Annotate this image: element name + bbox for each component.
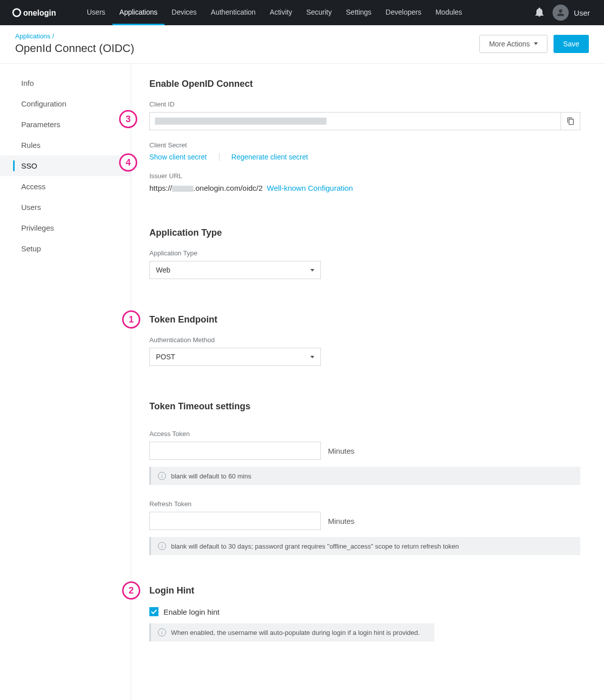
sidebar-item-parameters[interactable]: Parameters (0, 114, 131, 135)
sidebar-item-sso[interactable]: SSO (0, 155, 131, 176)
content: 3 4 Enable OpenID Connect Client ID Clie… (131, 64, 595, 700)
apptype-select[interactable]: Web (149, 261, 321, 279)
sidebar-item-privileges[interactable]: Privileges (0, 218, 131, 238)
chevron-down-icon (534, 42, 538, 45)
avatar-icon (553, 5, 569, 21)
nav-authentication[interactable]: Authentication (204, 0, 263, 25)
refresh-token-label: Refresh Token (149, 500, 580, 508)
breadcrumb: Applications / (15, 32, 134, 40)
sidebar-item-configuration[interactable]: Configuration (0, 93, 131, 114)
auth-method-label: Authentication Method (149, 336, 580, 344)
well-known-config-link[interactable]: Well-known Configuration (267, 184, 353, 192)
copy-icon (567, 117, 575, 125)
nav-activity[interactable]: Activity (263, 0, 299, 25)
section-title-login-hint: Login Hint (149, 585, 580, 596)
info-icon: i (158, 628, 166, 636)
refresh-token-input[interactable] (149, 512, 321, 530)
breadcrumb-parent[interactable]: Applications (15, 32, 50, 40)
show-client-secret-link[interactable]: Show client secret (149, 153, 207, 161)
chevron-down-icon (310, 269, 314, 272)
issuer-url-value: https://.onelogin.com/oidc/2 Well-known … (149, 184, 580, 192)
access-token-unit: Minutes (328, 447, 355, 455)
section-title-token-endpoint: Token Endpoint (149, 314, 580, 325)
access-token-label: Access Token (149, 430, 580, 438)
sidebar: Info Configuration Parameters Rules SSO … (0, 64, 131, 700)
more-actions-button[interactable]: More Actions (479, 35, 547, 53)
copy-client-id-button[interactable] (561, 112, 580, 130)
page-header: Applications / OpenId Connect (OIDC) Mor… (0, 25, 604, 64)
issuer-subdomain-masked (172, 186, 193, 192)
enable-login-hint-label: Enable login hint (163, 608, 219, 616)
client-id-masked-value (155, 118, 326, 125)
svg-text:onelogin: onelogin (23, 9, 56, 17)
login-hint-info: i When enabled, the username will auto-p… (149, 623, 434, 641)
nav-applications[interactable]: Applications (113, 0, 165, 25)
client-id-label: Client ID (149, 100, 580, 108)
info-icon: i (158, 472, 166, 480)
user-label: User (574, 9, 590, 17)
client-id-field[interactable] (149, 112, 561, 130)
section-title-oidc: Enable OpenID Connect (149, 79, 580, 89)
sidebar-item-setup[interactable]: Setup (0, 238, 131, 259)
check-icon (151, 609, 157, 614)
user-menu[interactable]: User (553, 5, 590, 21)
nav-modules[interactable]: Modules (428, 0, 469, 25)
nav-security[interactable]: Security (299, 0, 339, 25)
apptype-label: Application Type (149, 249, 580, 257)
nav-settings[interactable]: Settings (339, 0, 379, 25)
top-nav: onelogin Users Applications Devices Auth… (0, 0, 604, 25)
access-token-input[interactable] (149, 442, 321, 460)
section-title-timeout: Token Timeout settings (149, 401, 580, 412)
auth-method-select[interactable]: POST (149, 348, 321, 366)
save-button[interactable]: Save (554, 35, 589, 53)
access-token-hint: i blank will default to 60 mins (149, 467, 580, 485)
bell-icon[interactable] (535, 8, 543, 18)
info-icon: i (158, 542, 166, 550)
nav-devices[interactable]: Devices (164, 0, 204, 25)
sidebar-item-access[interactable]: Access (0, 176, 131, 197)
chevron-down-icon (310, 356, 314, 358)
enable-login-hint-checkbox[interactable] (149, 607, 158, 616)
annotation-4: 4 (119, 153, 137, 172)
refresh-token-hint: i blank will default to 30 days; passwor… (149, 537, 580, 555)
nav-items: Users Applications Devices Authenticatio… (80, 0, 535, 25)
regenerate-client-secret-link[interactable]: Regenerate client secret (232, 153, 308, 161)
nav-users[interactable]: Users (80, 0, 113, 25)
annotation-2: 2 (122, 581, 140, 600)
annotation-1: 1 (122, 310, 140, 329)
brand-logo[interactable]: onelogin (12, 7, 68, 18)
issuer-url-label: Issuer URL (149, 172, 580, 180)
section-title-apptype: Application Type (149, 228, 580, 238)
svg-point-0 (13, 9, 21, 17)
sidebar-item-users[interactable]: Users (0, 197, 131, 218)
page-title: OpenId Connect (OIDC) (15, 42, 134, 55)
sidebar-item-info[interactable]: Info (0, 73, 131, 93)
sidebar-item-rules[interactable]: Rules (0, 135, 131, 155)
refresh-token-unit: Minutes (328, 517, 355, 525)
client-secret-label: Client Secret (149, 141, 580, 149)
annotation-3: 3 (119, 110, 137, 128)
nav-developers[interactable]: Developers (378, 0, 428, 25)
